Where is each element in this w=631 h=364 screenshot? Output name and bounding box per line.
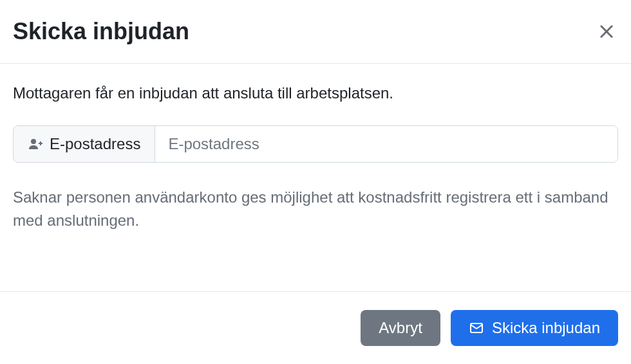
modal-footer: Avbryt Skicka inbjudan xyxy=(0,291,631,364)
cancel-button[interactable]: Avbryt xyxy=(361,310,440,346)
description-text: Mottagaren får en inbjudan att ansluta t… xyxy=(13,84,618,102)
user-plus-icon xyxy=(28,136,43,152)
svg-point-2 xyxy=(31,139,36,144)
email-input-group: E-postadress xyxy=(13,125,618,163)
modal-body: Mottagaren får en inbjudan att ansluta t… xyxy=(0,64,631,291)
modal-title: Skicka inbjudan xyxy=(13,18,189,45)
submit-button[interactable]: Skicka inbjudan xyxy=(451,310,618,346)
cancel-button-label: Avbryt xyxy=(379,319,422,337)
submit-button-label: Skicka inbjudan xyxy=(492,319,600,337)
svg-rect-4 xyxy=(40,141,41,145)
helper-text: Saknar personen användarkonto ges möjlig… xyxy=(13,186,618,232)
close-button[interactable] xyxy=(595,20,618,43)
invite-modal: Skicka inbjudan Mottagaren får en inbjud… xyxy=(0,0,631,364)
envelope-icon xyxy=(469,320,484,336)
email-input[interactable] xyxy=(155,126,617,162)
modal-header: Skicka inbjudan xyxy=(0,0,631,64)
close-icon xyxy=(598,23,616,41)
email-label: E-postadress xyxy=(14,126,155,162)
email-label-text: E-postadress xyxy=(50,135,140,153)
